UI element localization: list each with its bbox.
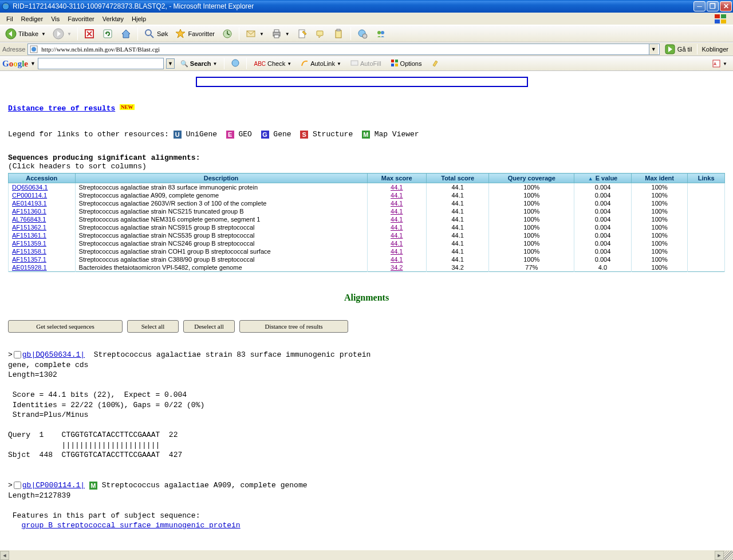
minimize-button[interactable]: ─ [693, 1, 706, 11]
alignment-checkbox-2[interactable] [14, 482, 21, 489]
forward-button[interactable]: ▼ [50, 26, 74, 41]
google-settings-button[interactable]: A▼ [708, 57, 731, 70]
accession-link[interactable]: AF151357.1 [12, 256, 46, 263]
close-button[interactable]: ✕ [720, 1, 732, 11]
messenger-button[interactable] [372, 26, 389, 41]
content-viewport[interactable]: Distance tree of results NEW Legend for … [0, 71, 733, 550]
stop-button[interactable] [81, 26, 98, 41]
google-news-button[interactable] [228, 57, 243, 70]
google-logo[interactable]: Google [2, 59, 28, 69]
col-evalue[interactable]: ▲E value [574, 173, 632, 183]
col-links[interactable]: Links [688, 173, 725, 183]
accession-link[interactable]: DQ650634.1 [12, 184, 48, 191]
options-icon [391, 59, 399, 68]
maxscore-link[interactable]: 44.1 [391, 208, 403, 215]
address-input[interactable] [40, 45, 648, 53]
menu-hjelp[interactable]: Hjelp [128, 14, 150, 24]
maxscore-link[interactable]: 44.1 [391, 256, 403, 263]
legend-row: Legend for links to other resources: U U… [8, 130, 725, 139]
col-maxident[interactable]: Max ident [631, 173, 688, 183]
menu-verktoy[interactable]: Verktøy [98, 14, 128, 24]
resize-grip[interactable] [724, 551, 733, 560]
maxscore-link[interactable]: 44.1 [391, 216, 403, 223]
research-button[interactable] [330, 26, 348, 41]
favorites-button[interactable]: Favoritter [172, 26, 217, 41]
google-options-button[interactable]: Options [387, 57, 425, 70]
google-highlight-button[interactable] [428, 57, 443, 70]
maxscore-link[interactable]: 44.1 [391, 224, 403, 231]
edit-button[interactable] [294, 26, 311, 41]
google-autofill-button[interactable]: AutoFill [347, 57, 385, 70]
deselect-all-button[interactable]: Deselect all [183, 320, 235, 333]
accession-link[interactable]: AE014193.1 [12, 200, 47, 207]
mail-button[interactable]: ▼ [242, 26, 267, 41]
get-selected-button[interactable]: Get selected sequences [8, 320, 123, 333]
accession-link[interactable]: AF151358.1 [12, 248, 46, 255]
feature-link[interactable]: group B streptococcal surface immunogeni… [21, 521, 240, 530]
sequences-subheading: (Click headers to sort columns) [8, 162, 725, 171]
google-autolink-button[interactable]: AutoLink▼ [297, 57, 345, 70]
navigation-toolbar: Tilbake ▼ ▼ Søk Favoritter ▼ ▼ [0, 25, 733, 42]
maxscore-link[interactable]: 44.1 [391, 184, 403, 191]
google-search-button[interactable]: 🔍Search▼ [177, 58, 221, 69]
menu-fil[interactable]: Fil [2, 14, 17, 24]
print-button[interactable]: ▼ [268, 26, 293, 41]
address-input-wrap[interactable]: ▼ [27, 44, 659, 55]
col-querycoverage[interactable]: Query coverage [489, 173, 574, 183]
querycov-cell: 100% [489, 207, 574, 215]
distance-tree-link[interactable]: Distance tree of results [8, 104, 115, 113]
accession-link[interactable]: AE015928.1 [12, 264, 47, 271]
google-check-button[interactable]: ABC Check▼ [250, 58, 295, 69]
maxscore-link[interactable]: 44.1 [391, 200, 403, 207]
accession-link[interactable]: AF151360.1 [12, 208, 46, 215]
accession-link[interactable]: AF151361.1 [12, 232, 46, 239]
forward-icon [53, 28, 64, 40]
description-cell: Streptococcus agalactiae A909, complete … [75, 191, 367, 199]
col-description[interactable]: Description [75, 173, 367, 183]
accession-link[interactable]: AL766843.1 [12, 216, 46, 223]
home-button[interactable] [117, 26, 135, 41]
maxscore-link[interactable]: 44.1 [391, 192, 403, 199]
distance-tree-button[interactable]: Distance tree of results [239, 320, 348, 333]
accession-link[interactable]: AF151362.1 [12, 224, 46, 231]
structure-icon: S [300, 131, 308, 139]
col-totalscore[interactable]: Total score [426, 173, 489, 183]
col-maxscore[interactable]: Max score [367, 173, 426, 183]
google-toolbar: Google ▼ ▼ 🔍Search▼ ABC Check▼ AutoLink▼… [0, 56, 733, 71]
links-label[interactable]: Koblinger [700, 46, 731, 53]
accession-link[interactable]: CP000114.1 [12, 192, 47, 199]
menu-rediger[interactable]: Rediger [17, 14, 48, 24]
table-row: AE015928.1Bacteroides thetaiotaomicron V… [9, 263, 725, 272]
back-button[interactable]: Tilbake ▼ [2, 26, 49, 41]
google-search-input[interactable] [38, 58, 164, 69]
alignment-link-1[interactable]: gb|DQ650634.1| [22, 350, 85, 359]
hscroll-left[interactable]: ◄ [0, 551, 9, 560]
alignment-checkbox-1[interactable] [14, 351, 21, 358]
go-button[interactable]: Gå til [662, 42, 695, 56]
related-button[interactable] [354, 26, 371, 41]
maxscore-link[interactable]: 44.1 [391, 232, 403, 239]
maxscore-link[interactable]: 44.1 [391, 240, 403, 247]
evalue-cell: 0.004 [574, 183, 632, 192]
mapviewer-link-icon[interactable]: M [89, 482, 97, 490]
menu-favoritter[interactable]: Favoritter [64, 14, 98, 24]
hscroll-right[interactable]: ► [715, 551, 724, 560]
menu-vis[interactable]: Vis [47, 14, 64, 24]
sort-asc-icon: ▲ [588, 176, 593, 182]
evalue-cell: 0.004 [574, 247, 632, 255]
querycov-cell: 100% [489, 191, 574, 199]
history-button[interactable] [219, 26, 236, 41]
restore-button[interactable]: ❐ [707, 1, 719, 11]
maxident-cell: 100% [631, 191, 688, 199]
search-button[interactable]: Søk [141, 26, 171, 41]
select-all-button[interactable]: Select all [127, 320, 179, 333]
alignment-link-2[interactable]: gb|CP000114.1| [22, 481, 85, 490]
discuss-button[interactable] [312, 26, 329, 41]
address-dropdown[interactable]: ▼ [649, 44, 658, 54]
refresh-icon [102, 28, 113, 40]
refresh-button[interactable] [99, 26, 116, 41]
maxscore-link[interactable]: 34.2 [391, 264, 403, 271]
maxscore-link[interactable]: 44.1 [391, 248, 403, 255]
col-accession[interactable]: Accession [9, 173, 76, 183]
accession-link[interactable]: AF151359.1 [12, 240, 46, 247]
